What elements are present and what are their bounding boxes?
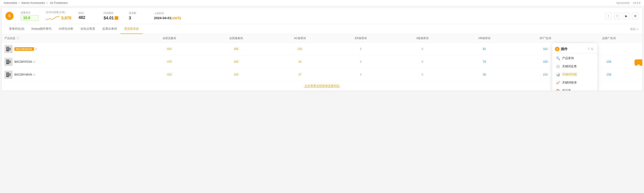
cell-0-1: 395 (202, 43, 270, 56)
cell-2-0: 435 (136, 68, 203, 81)
col-sp-ads: SP广告词 (515, 34, 576, 43)
cell-2-1: 205 (202, 68, 270, 81)
tab-variants[interactable]: 变体对比(3) (6, 24, 28, 34)
plugin-menu-label-1: 关键词反查 (562, 64, 577, 68)
cell-0-3: 0 (330, 43, 391, 56)
collapse-button[interactable]: 收起 ∧ (630, 27, 638, 31)
cell-1-0: 476 (136, 56, 203, 68)
variants-metric: 变体数 3 (129, 12, 147, 20)
breadcrumb-interior[interactable]: Interior Accessories (21, 1, 45, 4)
table-row: B0CZMYPZ4S ⧉ 476200260079233159 (2, 56, 642, 68)
table-row: B0CZMX8GNL ⧉ 8343951000062314 (2, 43, 642, 56)
fba-metric: FBA费用 $4.01 (104, 12, 122, 20)
col-natural-search: 自然搜索词 (202, 34, 270, 43)
col-hr-recommend: HR推荐词 (454, 34, 515, 43)
svg-rect-8 (7, 62, 8, 63)
product-image-2 (4, 71, 12, 79)
listed-metric: 上架时间 2024-04-01(106天) (154, 12, 181, 20)
product-svg-0 (6, 46, 12, 52)
cell-2-4: 0 (391, 68, 454, 81)
tab-traffic-source[interactable]: 查流量来源 (120, 24, 142, 34)
tab-reverse-asin[interactable]: 反查出单词 (99, 24, 120, 34)
seller-spirit-badge[interactable]: 卖家精灵 (634, 60, 642, 66)
svg-rect-14 (9, 73, 11, 76)
plugin-help-icon[interactable]: ? (588, 47, 589, 51)
dig-icon: 📊 (556, 72, 560, 76)
cell-1-4: 0 (391, 56, 454, 68)
copy-icon-0[interactable]: ⧉ (35, 48, 37, 50)
cell-0-0: 834 (136, 43, 203, 56)
svg-rect-11 (7, 73, 8, 74)
copy-icon-2[interactable]: ⧉ (33, 73, 35, 76)
view-all-link[interactable]: 点击查看全部变体流量对比 (2, 81, 642, 91)
col-brand-ads: 品牌广告词 (576, 34, 642, 43)
cell-1-5: 79 (454, 56, 515, 68)
plugin-menu-keyword-reverse[interactable]: ⬜ 关键词反查 (552, 62, 597, 70)
col-er-recommend: ER推荐词 (330, 34, 391, 43)
listed-value: 2024-04-01(106天) (154, 16, 181, 20)
cell-1-3: 0 (330, 56, 391, 68)
svg-rect-9 (9, 60, 11, 63)
view-all-anchor[interactable]: 点击查看全部变体流量对比 (304, 84, 340, 88)
tab-ai-review[interactable]: AI评论分析 (55, 24, 77, 34)
more-button[interactable]: ⋮ (605, 12, 612, 19)
svg-rect-2 (7, 48, 8, 49)
fba-value: $4.01 (104, 16, 114, 20)
main-card: S 质量得分 10.0 近30天销量(父体) 3,878 BSR 482 FBA… (2, 8, 642, 91)
cell-0-5: 62 (454, 43, 515, 56)
listed-date: 2024-04-01 (154, 16, 171, 20)
version-label: v4.4.8 (633, 1, 640, 4)
reverse-icon: ⬜ (556, 64, 560, 68)
favorite-button[interactable]: ♡ (614, 12, 620, 19)
tab-global-sales[interactable]: 全站点售卖 (77, 24, 99, 34)
video-button[interactable]: ▶ (623, 12, 630, 19)
plugin-settings-icon[interactable]: ⚙ (591, 47, 594, 51)
plugin-header: S 插件 ? ⚙ (552, 45, 597, 53)
metrics-row: S 质量得分 10.0 近30天销量(父体) 3,878 BSR 482 FBA… (2, 8, 642, 24)
breadcrumb: Automotive › Interior Accessories › Air … (4, 1, 68, 4)
settings-button[interactable]: ⚙ (632, 12, 638, 19)
svg-rect-6 (7, 60, 8, 61)
product-cell-0: B0CZMX8GNL ⧉ (2, 43, 136, 56)
plugin-menu-keyword-dig[interactable]: 📊 关键词挖掘 (552, 70, 597, 78)
variants-value: 3 (129, 16, 147, 20)
quality-metric: 质量得分 10.0 (21, 11, 39, 21)
svg-rect-3 (7, 50, 8, 50)
product-cell-1: B0CZMYPZ4S ⧉ (2, 56, 136, 68)
bsr-value: 482 (78, 15, 96, 20)
svg-rect-4 (9, 48, 11, 50)
fba-icon (115, 16, 118, 20)
bsr-label: BSR (78, 12, 96, 14)
tabs-row: 变体对比(3) Keepa插件替代 AI评论分析 全站点售卖 反查出单词 查流量… (2, 24, 642, 34)
quality-value: 10.0 (21, 15, 39, 21)
brand-icon: S (6, 12, 14, 20)
plugin-menu-product-library[interactable]: 🏠 产品库 (552, 86, 597, 91)
plugin-menu-label-3: 关键词收录 (562, 80, 577, 84)
tab-keepa[interactable]: Keepa插件替代 (28, 24, 55, 34)
sponsored-label: Sponsored (616, 1, 630, 4)
fba-value-row: $4.01 (104, 16, 122, 20)
home-icon: 🏠 (556, 89, 560, 91)
asin-text-2: B0CZMY48VN (14, 73, 32, 76)
breadcrumb-automotive[interactable]: Automotive (4, 1, 17, 4)
svg-rect-1 (7, 47, 8, 48)
flow-table: 产品信息 ⓘ 全部流量词 自然搜索词 AC推荐词 ER推荐词 4星推荐词 HR推… (2, 34, 642, 81)
listed-label: 上架时间 (154, 12, 181, 15)
product-image-1 (4, 58, 12, 66)
asin-text-1: B0CZMYPZ4S (14, 60, 32, 64)
cell-2-5: 38 (454, 68, 515, 81)
svg-rect-13 (7, 75, 8, 76)
plugin-title: S 插件 (555, 47, 568, 51)
sales-label: 近30天销量(父体) (46, 10, 71, 14)
plugin-menu-keyword-record[interactable]: 📈 关键词收录 (552, 78, 597, 86)
svg-rect-7 (7, 61, 8, 62)
info-icon: ⓘ (17, 37, 19, 40)
listed-days: (106天) (171, 16, 181, 20)
asin-badge-0: B0CZMX8GNL (14, 47, 34, 51)
sparkline (46, 15, 59, 21)
cell-2-3: 0 (330, 68, 391, 81)
col-4star: 4星推荐词 (391, 34, 454, 43)
quality-label: 质量得分 (21, 11, 39, 14)
copy-icon-1[interactable]: ⧉ (33, 60, 35, 64)
plugin-menu-product-query[interactable]: 🔍 产品查询 (552, 54, 597, 62)
